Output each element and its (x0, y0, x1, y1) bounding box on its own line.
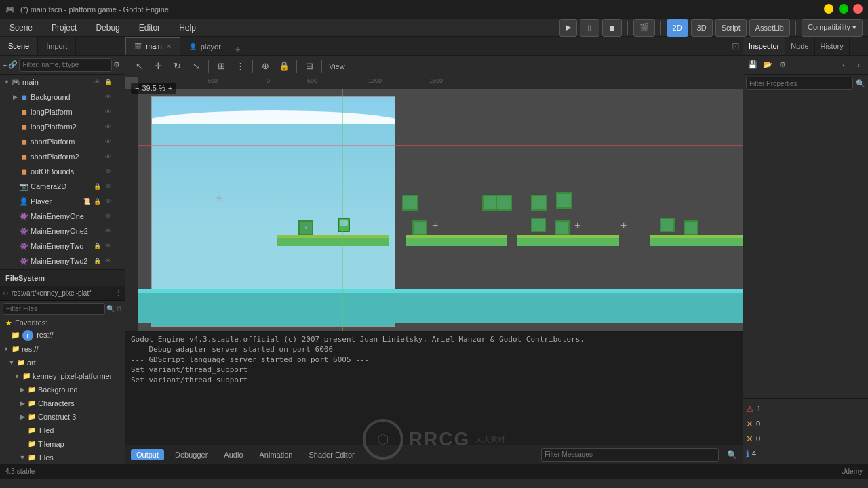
crosshair-v (219, 195, 220, 201)
filter-search-icon[interactable]: 🔍 (856, 79, 865, 88)
close-button[interactable] (853, 4, 863, 14)
compatibility-button[interactable]: Compatibility ▾ (802, 19, 863, 37)
grid-tool[interactable]: ⊟ (301, 58, 317, 75)
tree-item-longplatform2[interactable]: ▶ ◼ longPlatform2 👁 ⋮ (0, 119, 125, 134)
filter-search-icon[interactable]: 🔍 (106, 305, 115, 312)
layout-icon[interactable]: ⊡ (732, 41, 740, 52)
file-item-tiled[interactable]: ▶ 📁 Tiled (0, 424, 125, 437)
tab-output[interactable]: Output (131, 449, 164, 460)
canvas-viewport[interactable]: -500 0 500 1000 1500 (125, 77, 743, 331)
file-item-characters[interactable]: ▶ 📁 Characters (0, 396, 125, 410)
filesystem-filter-input[interactable] (3, 303, 105, 315)
tab-audio[interactable]: Audio (218, 449, 248, 460)
node-label: Camera2D (31, 182, 92, 190)
tab-player[interactable]: 👤 player (180, 37, 230, 55)
game-scene: + (138, 89, 743, 331)
file-item-background-folder[interactable]: ▶ 📁 Background (0, 383, 125, 396)
zoom-out-btn[interactable]: − (135, 84, 139, 92)
rtb-nav-left[interactable]: ‹ (837, 58, 850, 72)
menu-debug[interactable]: Debug (92, 22, 123, 34)
tab-debugger[interactable]: Debugger (170, 449, 213, 460)
tree-item-shortplatform[interactable]: ▶ ◼ shortPlatform 👁 ⋮ (0, 134, 125, 149)
favorites-res[interactable]: 📁 r res:// (0, 329, 125, 342)
tab-inspector[interactable]: Inspector (743, 37, 785, 55)
mode-3d-button[interactable]: 3D (691, 19, 713, 37)
mode-script-button[interactable]: Script (715, 19, 747, 37)
file-item-tilemap[interactable]: ▶ 📁 Tilemap (0, 437, 125, 451)
minimize-button[interactable] (824, 4, 833, 14)
rtb-load[interactable]: 📂 (761, 58, 774, 72)
warning2-count: 0 (756, 434, 760, 443)
udemy-label: Udemy (841, 468, 863, 475)
path-options[interactable]: ⋮ (115, 289, 122, 298)
tab-import[interactable]: Import (38, 37, 76, 55)
maximize-button[interactable] (839, 4, 848, 14)
menu-help[interactable]: Help (175, 22, 200, 34)
pivot-tool[interactable]: ⊕ (257, 58, 273, 75)
snap-tool[interactable]: ⋮ (232, 58, 248, 75)
tree-item-main[interactable]: ▼ 🎮 main 👁 🔒 ⋮ (0, 75, 125, 89)
rtb-nav-right[interactable]: › (852, 58, 865, 72)
forward-arrow[interactable]: › (6, 289, 8, 297)
mode-2d-button[interactable]: 2D (667, 19, 688, 37)
filter-messages-input[interactable] (541, 448, 719, 462)
stop-button[interactable]: ⏹ (602, 19, 622, 37)
tree-item-player[interactable]: ▶ 👤 Player 📜 🔒 👁 ⋮ (0, 194, 125, 209)
file-item-tiles[interactable]: ▼ 📁 Tiles (0, 451, 125, 464)
file-item-res[interactable]: ▼ 📁 res:// (0, 342, 125, 356)
tree-item-mainenemytwo[interactable]: ▶ 👾 MainEnemyTwo 🔒 👁 ⋮ (0, 239, 125, 253)
move-tool[interactable]: ✛ (150, 58, 166, 75)
dots-icon: ⋮ (114, 182, 123, 191)
filter-input[interactable] (19, 58, 112, 72)
file-item-construct3[interactable]: ▶ 📁 Construct 3 (0, 410, 125, 424)
add-tab-button[interactable]: + (230, 44, 246, 55)
tree-item-mainenemytwo2[interactable]: ▶ 👾 MainEnemyTwo2 🔒 👁 ⋮ (0, 253, 125, 268)
file-tree: ▼ 📁 res:// ▼ 📁 art ▼ 📁 kenney_pixel-plat… (0, 342, 125, 464)
tab-scene[interactable]: Scene (0, 37, 38, 55)
mode-assetlib-button[interactable]: AssetLib (749, 19, 790, 37)
tree-item-shortplatform2[interactable]: ▶ ◼ shortPlatform2 👁 ⋮ (0, 149, 125, 164)
file-label: Tilemap (38, 440, 64, 448)
folder-icon: 📁 (27, 385, 37, 394)
filter-search-icon[interactable]: 🔍 (727, 450, 737, 460)
menu-scene[interactable]: Scene (5, 22, 37, 34)
add-node-button[interactable]: + (3, 58, 7, 72)
group-tool[interactable]: ⊞ (213, 58, 229, 75)
filter-options-icon[interactable]: ⚙ (116, 305, 122, 312)
view-label[interactable]: View (326, 62, 348, 70)
lock-tool[interactable]: 🔒 (276, 58, 292, 75)
file-item-art[interactable]: ▼ 📁 art (0, 356, 125, 369)
tab-history[interactable]: History (815, 37, 850, 55)
file-item-kenney[interactable]: ▼ 📁 kenney_pixel-platformer (0, 369, 125, 383)
select-tool[interactable]: ↖ (131, 58, 147, 75)
filter-options-button[interactable]: ⚙ (113, 58, 120, 72)
tree-item-camera2d[interactable]: ▶ 📷 Camera2D 🔒 👁 ⋮ (0, 179, 125, 194)
tree-item-longplatform[interactable]: ▶ ◼ longPlatform 👁 ⋮ (0, 104, 125, 119)
play-button[interactable]: ▶ (559, 19, 577, 37)
rotate-tool[interactable]: ↻ (169, 58, 185, 75)
tree-item-mainenemyone2[interactable]: ▶ 👾 MainEnemyOne2 👁 ⋮ (0, 224, 125, 239)
tab-shader-editor[interactable]: Shader Editor (303, 449, 359, 460)
menu-editor[interactable]: Editor (135, 22, 164, 34)
file-label: art (27, 359, 36, 367)
tree-item-background[interactable]: ▶ ◼ Background 👁 ⋮ (0, 89, 125, 104)
tab-animation[interactable]: Animation (254, 449, 298, 460)
zoom-in-btn[interactable]: + (168, 84, 172, 92)
tab-close[interactable]: ✕ (166, 43, 172, 50)
rtb-save[interactable]: 💾 (746, 58, 760, 72)
inspector-filter-input[interactable] (746, 77, 853, 90)
movie-button[interactable]: 🎬 (633, 19, 655, 37)
node-label: main (22, 78, 92, 86)
tree-item-mainenemyone[interactable]: ▶ 👾 MainEnemyOne 👁 ⋮ (0, 209, 125, 224)
tree-item-outofbounds[interactable]: ▶ ◼ outOfBounds 👁 ⋮ (0, 164, 125, 179)
rtb-options[interactable]: ⚙ (776, 58, 789, 72)
filesystem-header[interactable]: FileSystem (0, 270, 125, 286)
tab-main[interactable]: 🎬 main ✕ (125, 37, 180, 55)
node-actions: 👁 ⋮ (103, 226, 125, 236)
link-node-button[interactable]: 🔗 (8, 58, 18, 72)
tab-node[interactable]: Node (785, 37, 814, 55)
scale-tool[interactable]: ⤡ (188, 58, 204, 75)
menu-project[interactable]: Project (47, 22, 81, 34)
pause-button[interactable]: ⏸ (580, 19, 599, 37)
back-arrow[interactable]: ‹ (3, 289, 5, 297)
